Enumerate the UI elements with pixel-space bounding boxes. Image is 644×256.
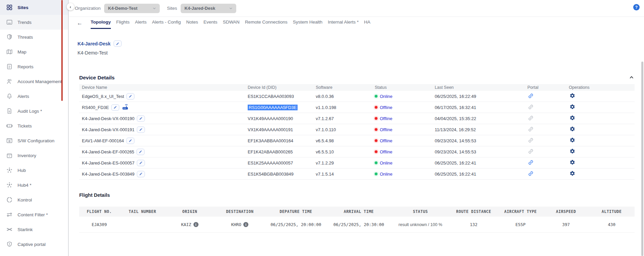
sidebar-item-threats[interactable]: Threats [0, 30, 68, 44]
tab-system-health[interactable]: System Health [293, 20, 323, 28]
back-arrow-icon[interactable]: ← [77, 20, 83, 27]
sidebar-item-label: Kontrol [18, 197, 32, 203]
operations-gear-icon[interactable] [569, 93, 576, 100]
sidebar-item-label: Alerts [18, 94, 29, 99]
sidebar-item-label: Threats [18, 35, 33, 40]
portal-link-icon[interactable] [527, 171, 534, 177]
software-version: v6.5.5.10 [313, 149, 372, 154]
tab-internal-alerts[interactable]: Internal Alerts * [328, 20, 359, 28]
sidebar-item-content-filter[interactable]: Content Filter * [0, 207, 68, 222]
edit-device-name-button[interactable] [126, 93, 134, 100]
status-badge: Offline [380, 116, 392, 121]
tab-remote-connections[interactable]: Remote Connections [245, 20, 287, 28]
column-header: AIRCRAFT TYPE [498, 209, 543, 214]
operations-gear-icon[interactable] [569, 171, 576, 177]
status-badge: Offline [380, 138, 392, 143]
tab-events[interactable]: Events [204, 20, 217, 28]
table-row: K4-Jared-Desk-VX-000190 VX1K49AAAAA00019… [79, 113, 635, 124]
operations-gear-icon[interactable] [569, 115, 576, 122]
site-name-link[interactable]: K4-Jared-Desk [78, 41, 111, 46]
device-name: RS400_FD3E [82, 105, 109, 110]
edit-device-name-button[interactable] [137, 126, 145, 133]
portal-link-icon[interactable] [527, 137, 534, 144]
last-seen: 09/23/2024, 14:55:53 [432, 149, 525, 154]
sidebar-item-label: Hub4 * [18, 183, 31, 188]
sidebar-item-sw-configuration[interactable]: S/W Configuration [0, 133, 68, 148]
sidebar-item-sites[interactable]: Sites [0, 0, 68, 15]
sidebar-item-alerts[interactable]: Alerts [0, 89, 68, 104]
tab-sdwan[interactable]: SDWAN [223, 20, 240, 28]
help-icon[interactable]: ? [633, 4, 640, 10]
software-version: v7.1.2.29 [313, 160, 372, 166]
tab-alerts[interactable]: Alerts [135, 20, 147, 28]
info-icon[interactable]: i [193, 222, 198, 227]
operations-gear-icon[interactable] [569, 159, 576, 166]
tab-ha[interactable]: HA [364, 20, 370, 28]
organization-value: K4-Demo-Test [108, 6, 137, 11]
sidebar-scrollbar[interactable] [61, 0, 63, 101]
column-header: Software [313, 85, 372, 90]
software-version: v7.1.5.14 [313, 172, 372, 177]
sidebar-collapse-button[interactable]: ‹ [67, 3, 74, 10]
sidebar-item-hub[interactable]: Hub [0, 163, 68, 178]
sidebar-item-kontrol[interactable]: Kontrol [0, 192, 68, 207]
edit-device-name-button[interactable] [137, 171, 145, 177]
sidebar-item-account-management[interactable]: Account Management [0, 74, 68, 89]
device-details-title: Device Details [79, 75, 115, 81]
column-header: ARRIVAL TIME [326, 209, 391, 214]
sidebar-item-tickets[interactable]: Tickets [0, 118, 68, 133]
edit-site-name-button[interactable] [114, 40, 122, 47]
portal-link-icon[interactable] [527, 93, 534, 100]
tab-alerts-config[interactable]: Alerts - Config [152, 20, 181, 28]
flight-status: result unknown / 100 % [391, 222, 450, 227]
portal-link-icon[interactable] [527, 115, 534, 122]
portal-link-icon[interactable] [527, 126, 534, 133]
tab-flights[interactable]: Flights [116, 20, 130, 28]
info-icon[interactable]: i [243, 222, 248, 227]
column-header: Last Seen [432, 85, 525, 90]
chevron-up-icon[interactable] [628, 75, 635, 81]
portal-link-icon[interactable] [527, 148, 534, 155]
tab-topology[interactable]: Topology [91, 20, 111, 29]
edit-device-name-button[interactable] [137, 115, 145, 122]
column-header: ORIGIN [165, 209, 214, 214]
edit-device-name-button[interactable] [111, 104, 119, 111]
column-header: DESTINATION [214, 209, 266, 214]
pencil-icon [116, 42, 119, 45]
sidebar-item-reports[interactable]: Reports [0, 59, 68, 74]
portal-link-icon[interactable] [527, 104, 534, 111]
column-header: ROUTE DISTANCE [450, 209, 498, 214]
sidebar-item-audit-logs[interactable]: Audit Logs * [0, 104, 68, 118]
sidebar-item-map[interactable]: Map [0, 44, 68, 59]
sidebar-item-captive-portal[interactable]: Captive portal [0, 237, 68, 252]
pencil-icon [129, 95, 132, 98]
operations-gear-icon[interactable] [569, 137, 576, 144]
tab-notes[interactable]: Notes [186, 20, 198, 28]
edit-device-name-button[interactable] [136, 149, 145, 155]
pencil-icon [139, 161, 143, 164]
device-name: K4-Jared-Desk-VX-000190 [82, 116, 134, 121]
software-version: v1.1.0.198 [313, 105, 372, 110]
edit-device-name-button[interactable] [137, 160, 145, 166]
table-row: EdgeOS_8.x_UI_Test ES1K1CCABAA003093 v8.… [79, 91, 635, 102]
sidebar-item-starlink[interactable]: Starlink [0, 222, 68, 237]
edit-device-name-button[interactable] [126, 138, 134, 144]
portal-link-icon[interactable] [527, 159, 534, 166]
organization-select[interactable]: K4-Demo-Test [104, 4, 160, 13]
sidebar-item-hub4[interactable]: Hub4 * [0, 178, 68, 192]
device-id: VX1K49AAAAA000190 [248, 116, 293, 121]
site-organization: K4-Demo-Test [78, 50, 108, 56]
sidebar: Sites Trends Threats Map Reports Account… [0, 0, 69, 256]
operations-gear-icon[interactable] [569, 104, 576, 111]
sidebar-item-label: Sites [18, 5, 28, 10]
sites-select[interactable]: K4-Jared-Desk [181, 4, 236, 13]
operations-gear-icon[interactable] [569, 126, 576, 133]
table-row: EAV1-AM-EF-000164 EF1K3AABBAA000164 v6.5… [79, 135, 635, 146]
sidebar-item-inventory[interactable]: Inventory [0, 148, 68, 163]
page-scrollbar[interactable] [641, 62, 643, 256]
sidebar-item-trends[interactable]: Trends [0, 15, 68, 30]
operations-gear-icon[interactable] [569, 148, 576, 155]
status-dot [375, 139, 377, 142]
device-id: ES1K1CCABAA003093 [248, 94, 294, 99]
sidebar-item-label: Account Management [18, 79, 62, 84]
